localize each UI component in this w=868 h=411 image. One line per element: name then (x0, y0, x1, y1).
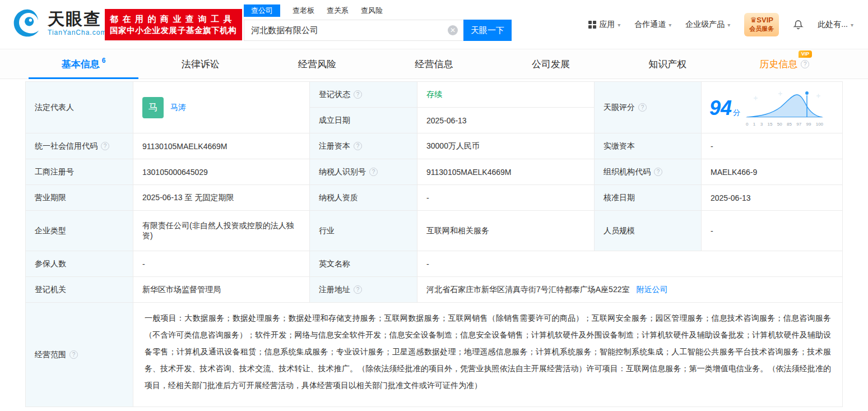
search-box: ✕ 天眼一下 (244, 20, 512, 41)
business-scope-value: 一般项目：大数据服务；数据处理服务；数据处理和存储支持服务；互联网数据服务；互联… (133, 303, 843, 407)
section-tabbar: 基本信息 6 法律诉讼 经营风险 经营信息 公司发展 知识产权 历史信息 VIP… (0, 49, 868, 79)
tab-legal-proceedings[interactable]: 法律诉讼 (142, 49, 258, 78)
business-scope-label: 经营范围? (26, 303, 133, 407)
tab-label: 公司发展 (532, 58, 570, 71)
table-row: 工商注册号 130105000645029 纳税人识别号? 91130105MA… (26, 159, 843, 185)
score-axis-tick: 0 (746, 122, 748, 127)
notification-bell-icon[interactable] (793, 19, 804, 30)
label-text: 纳税人识别号 (319, 167, 366, 176)
tab-company-development[interactable]: 公司发展 (493, 49, 609, 78)
reg-authority-label: 登记机关 (26, 277, 133, 303)
search-input[interactable] (244, 20, 463, 41)
nav-enterprise[interactable]: 企业级产品 ▾ (685, 20, 730, 30)
basic-info-table: 法定代表人 马 马涛 登记状态? 存续 天眼评分? 94分 (25, 81, 843, 407)
avatar[interactable]: 马 (142, 97, 164, 118)
score-axis-tick: 15 (767, 122, 772, 127)
tab-label: 法律诉讼 (182, 58, 220, 71)
reg-number-value: 130105000645029 (133, 159, 310, 185)
legal-rep-label: 法定代表人 (26, 82, 133, 133)
help-icon[interactable]: ? (369, 168, 378, 176)
logo-swirl-icon (12, 8, 43, 38)
tab-history-info[interactable]: 历史信息 VIP ? (726, 49, 843, 78)
reg-capital-label: 注册资本? (310, 133, 417, 159)
score-distribution-chart: 0131550859799100 (745, 89, 824, 127)
chevron-down-icon: ▾ (669, 22, 671, 28)
reg-authority-value: 新华区市场监督管理局 (133, 277, 310, 303)
tab-label: 知识产权 (648, 58, 686, 71)
tab-operating-risk[interactable]: 经营风险 (259, 49, 375, 78)
help-icon[interactable]: ? (654, 168, 662, 176)
approval-date-value: 2025-06-13 (702, 185, 843, 211)
score-unit: 分 (733, 108, 740, 117)
nav-more[interactable]: 此处有... ▾ (818, 20, 853, 30)
search-tab-relation[interactable]: 查关系 (327, 4, 349, 17)
legal-rep-link[interactable]: 马涛 (170, 103, 186, 113)
nav-apps-label: 应用 (599, 20, 615, 30)
search-tab-company[interactable]: 查公司 (244, 4, 280, 17)
chevron-down-icon: ▾ (851, 22, 853, 28)
label-text: 经营范围 (35, 350, 66, 359)
header-nav: 应用 ▾ 合作通道 ▾ 企业级产品 ▾ ♛SVIP 会员服务 此处有... ▾ (588, 0, 853, 49)
staff-size-value: - (702, 211, 843, 251)
score-axis: 0131550859799100 (746, 122, 823, 127)
nav-cooperation[interactable]: 合作通道 ▾ (634, 20, 671, 30)
org-code-label: 组织机构代码? (595, 159, 702, 185)
chevron-down-icon: ▾ (727, 22, 730, 28)
tab-label: 经营信息 (415, 58, 453, 71)
svip-member-badge[interactable]: ♛SVIP 会员服务 (744, 13, 779, 36)
score-cell: 94分 0131550859799100 (702, 82, 843, 133)
nearby-companies-link[interactable]: 附近公司 (636, 285, 667, 294)
tab-basic-info[interactable]: 基本信息 6 (25, 49, 142, 78)
reg-status-label: 登记状态? (310, 82, 417, 108)
table-row: 登记机关 新华区市场监督管理局 注册地址? 河北省石家庄市新华区清真寺街7号汇特… (26, 277, 843, 303)
reg-address-label: 注册地址? (310, 277, 417, 303)
paid-capital-value: - (702, 133, 843, 159)
tab-intellectual-property[interactable]: 知识产权 (609, 49, 726, 78)
taxpayer-id-label: 纳税人识别号? (310, 159, 417, 185)
reg-address-value: 河北省石家庄市新华区清真寺街7号汇特都泰广场A座522室 附近公司 (417, 277, 843, 303)
staff-size-label: 人员规模 (595, 211, 702, 251)
logo-subtitle: TianYanCha.com (48, 29, 106, 36)
nav-apps[interactable]: 应用 ▾ (588, 20, 620, 30)
help-icon[interactable]: ? (354, 142, 362, 150)
tab-business-info[interactable]: 经营信息 (375, 49, 492, 78)
search-button[interactable]: 天眼一下 (463, 20, 512, 41)
help-icon[interactable]: ? (69, 350, 78, 359)
business-term-label: 营业期限 (26, 185, 133, 211)
score-axis-tick: 97 (796, 122, 801, 127)
table-row: 经营范围? 一般项目：大数据服务；数据处理服务；数据处理和存储支持服务；互联网数… (26, 303, 843, 407)
approval-date-label: 核准日期 (595, 185, 702, 211)
svip-sublabel: 会员服务 (748, 25, 775, 33)
help-icon[interactable]: ? (354, 285, 362, 294)
tianyancha-logo[interactable]: 天眼查 TianYanCha.com (12, 8, 106, 38)
insured-count-value: - (133, 251, 310, 277)
insured-count-label: 参保人数 (26, 251, 133, 277)
clear-icon[interactable]: ✕ (448, 25, 458, 35)
tab-label: 基本信息 (62, 58, 100, 71)
score-label: 天眼评分? (595, 82, 702, 133)
search-tab-boss[interactable]: 查老板 (293, 4, 314, 17)
score-axis-tick: 50 (777, 122, 782, 127)
nav-more-label: 此处有... (818, 20, 848, 30)
label-text: 注册资本 (319, 141, 350, 150)
score-number: 94 (709, 96, 732, 119)
help-icon[interactable]: ? (638, 103, 647, 112)
nav-enterprise-label: 企业级产品 (685, 20, 725, 30)
reg-number-label: 工商注册号 (26, 159, 133, 185)
reg-status-value: 存续 (417, 82, 595, 108)
tab-label: 经营风险 (298, 58, 336, 71)
help-icon[interactable]: ? (801, 60, 809, 68)
search-tab-risk[interactable]: 查风险 (361, 4, 383, 17)
tab-label: 历史信息 (759, 58, 797, 71)
score-value: 94分 (709, 98, 740, 118)
help-icon[interactable]: ? (354, 90, 362, 99)
search-tabs: 查公司 查老板 查关系 查风险 (244, 4, 512, 17)
company-type-label: 企业类型 (26, 211, 133, 251)
paid-capital-label: 实缴资本 (595, 133, 702, 159)
label-text: 组织机构代码 (604, 167, 651, 176)
banner-line2: 国家中小企业发展子基金旗下机构 (110, 25, 237, 36)
industry-label: 行业 (310, 211, 417, 251)
help-icon[interactable]: ? (101, 142, 109, 150)
establish-date-value: 2025-06-13 (417, 108, 595, 133)
credit-code-value: 91130105MAELK4669M (133, 133, 310, 159)
